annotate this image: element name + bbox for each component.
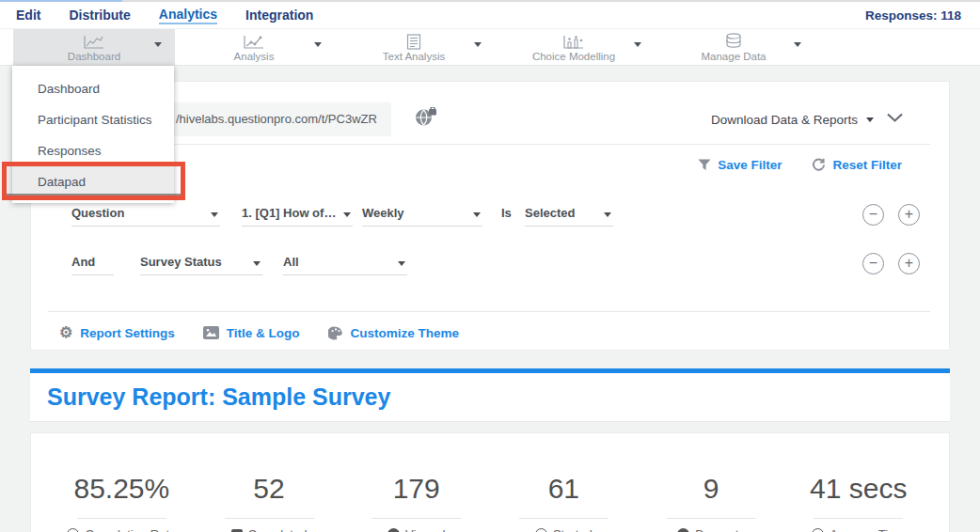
add-filter-row-button[interactable]: + [898, 253, 920, 274]
stat-dropouts: 9 Dropouts [638, 433, 785, 532]
stat-divider [225, 518, 314, 519]
stat-viewed: 179 Viewed [342, 433, 490, 532]
remove-filter-row-button[interactable]: − [862, 204, 884, 226]
report-settings-button[interactable]: ⚙ Report Settings [59, 325, 175, 340]
image-icon [203, 326, 219, 339]
reset-filter-label: Reset Filter [832, 158, 902, 172]
menu-item-participant-statistics[interactable]: Participant Statistics [12, 104, 174, 135]
filter-type-select[interactable]: Question [71, 202, 220, 227]
report-options-row: ⚙ Report Settings Title & Logo [59, 322, 459, 343]
tab-label: Choice Modelling [532, 51, 615, 62]
tab-manage-data[interactable]: Manage Data [653, 29, 814, 66]
filter-operator-label: Is [501, 206, 512, 220]
stat-completion-rate: 85.25% Completion Rate [48, 433, 196, 532]
save-filter-button[interactable]: Save Filter [698, 158, 782, 172]
menu-item-dashboard[interactable]: Dashboard [12, 73, 174, 104]
panel-divider [48, 311, 930, 312]
nav-item-analytics[interactable]: Analytics [159, 7, 217, 24]
document-icon [231, 529, 243, 532]
stat-label: Started [553, 527, 593, 532]
globe-lock-icon[interactable] [415, 107, 437, 127]
customize-theme-label: Customize Theme [351, 326, 460, 340]
stat-value: 61 [490, 473, 638, 505]
nav-item-distribute[interactable]: Distribute [69, 8, 130, 23]
tab-choice-modelling[interactable]: Choice Modelling [493, 29, 655, 66]
tab-choice-modelling-caret-icon[interactable] [634, 42, 641, 47]
filter-conjunction-select[interactable]: And [71, 251, 114, 275]
select-value: Selected [525, 206, 575, 220]
tab-label: Text Analysis [383, 51, 445, 62]
add-filter-row-button[interactable]: + [898, 204, 920, 226]
caret-down-icon [211, 212, 218, 217]
stat-label: Completed [248, 527, 308, 532]
tab-dashboard-caret-icon[interactable] [154, 42, 162, 47]
dashboard-dropdown-menu: Dashboard Participant Statistics Respons… [12, 66, 174, 203]
bar-dot-chart-icon [562, 34, 585, 50]
tab-label: Analysis [234, 51, 275, 62]
tab-label: Dashboard [68, 51, 120, 62]
tab-analysis[interactable]: Analysis [173, 29, 335, 66]
survey-stats-panel: 85.25% Completion Rate 52 Completed 179 … [30, 432, 950, 532]
filter-funnel-icon [698, 159, 711, 171]
stat-started: 61 Started [490, 433, 638, 532]
caret-down-icon [866, 117, 874, 122]
tab-text-analysis-caret-icon[interactable] [474, 42, 482, 47]
caret-down-icon [343, 212, 351, 217]
title-logo-button[interactable]: Title & Logo [203, 326, 300, 340]
panel-divider [48, 144, 930, 145]
palette-icon [328, 326, 343, 340]
collapse-panel-chevron-icon[interactable] [887, 113, 903, 122]
select-value: Question [71, 206, 124, 220]
stat-value: 85.25% [48, 473, 196, 505]
clock-icon [67, 528, 79, 532]
menu-item-datapad[interactable]: Datapad [12, 166, 174, 197]
caret-down-icon [398, 261, 405, 266]
filter-question-select[interactable]: 1. [Q1] How often d... [242, 202, 353, 227]
play-circle-icon [535, 528, 547, 532]
stat-label: Average Time [830, 527, 905, 532]
tab-text-analysis[interactable]: Text Analysis [333, 29, 495, 66]
nav-item-integration[interactable]: Integration [245, 8, 313, 23]
database-icon [724, 34, 743, 50]
nav-items: Edit Distribute Analytics Integration [16, 7, 313, 24]
stat-divider [371, 518, 461, 519]
stat-label: Dropouts [695, 527, 745, 532]
stat-divider [814, 518, 903, 519]
line-chart-icon [83, 34, 105, 50]
filter-actions: Save Filter Reset Filter [698, 158, 902, 172]
select-value: All [283, 255, 299, 269]
survey-status-value-select[interactable]: All [283, 251, 407, 275]
menu-item-responses[interactable]: Responses [12, 135, 174, 166]
save-filter-label: Save Filter [718, 158, 782, 172]
select-value: 1. [Q1] How often d... [242, 206, 338, 220]
filter-answer-select[interactable]: Weekly [362, 202, 482, 227]
tab-label: Manage Data [701, 51, 766, 62]
tab-dashboard[interactable]: Dashboard [13, 29, 175, 66]
report-title: Survey Report: Sample Survey [47, 383, 390, 411]
customize-theme-button[interactable]: Customize Theme [328, 326, 460, 340]
survey-status-select[interactable]: Survey Status [140, 251, 262, 275]
stat-label: Completion Rate [85, 527, 176, 532]
filter-condition-select[interactable]: Selected [525, 202, 613, 227]
analytics-toolbar: Dashboard Analysis [0, 29, 980, 66]
trend-chart-icon [243, 34, 265, 50]
stat-label: Viewed [405, 527, 445, 532]
select-value: And [71, 255, 95, 269]
stat-value: 179 [342, 473, 490, 505]
stat-divider [667, 518, 756, 519]
download-data-reports-label: Download Data & Reports [711, 113, 858, 127]
tab-manage-data-caret-icon[interactable] [794, 42, 801, 47]
app-screen: Edit Distribute Analytics Integration Re… [0, 0, 980, 532]
nav-item-edit[interactable]: Edit [16, 8, 40, 23]
stat-value: 52 [196, 473, 343, 505]
caret-down-icon [253, 261, 261, 266]
stat-divider [519, 518, 609, 519]
remove-filter-row-button[interactable]: − [862, 253, 884, 274]
tab-analysis-caret-icon[interactable] [314, 42, 322, 47]
responses-count-badge[interactable]: Responses: 118 [865, 8, 961, 23]
download-data-reports-dropdown[interactable]: Download Data & Reports [711, 109, 874, 130]
select-value: Survey Status [140, 255, 222, 269]
document-chart-icon [406, 34, 421, 50]
reset-filter-button[interactable]: Reset Filter [812, 158, 902, 172]
top-nav: Edit Distribute Analytics Integration Re… [0, 2, 980, 29]
